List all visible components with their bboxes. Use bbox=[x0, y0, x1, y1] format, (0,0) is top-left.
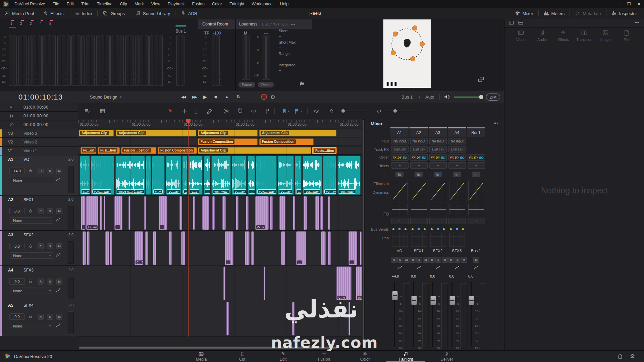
strip-id[interactable]: A3 bbox=[429, 127, 447, 137]
dim-button[interactable]: DIM bbox=[486, 94, 500, 101]
pause-button[interactable]: Pause bbox=[238, 82, 255, 87]
audio-clip[interactable] bbox=[270, 196, 273, 230]
strip-r-button[interactable]: R bbox=[391, 257, 397, 263]
chevron-down-icon[interactable]: ▾ bbox=[288, 110, 289, 113]
clip-fu-on[interactable]: Fu...on bbox=[80, 147, 96, 154]
track-plugin-dropdown[interactable]: None▾ bbox=[10, 252, 53, 259]
strip-eq-graph[interactable] bbox=[468, 204, 484, 215]
audio-clip[interactable] bbox=[293, 196, 295, 230]
speaker-icon[interactable] bbox=[444, 91, 450, 103]
audio-clip[interactable] bbox=[264, 266, 265, 300]
clip-fusion-composition[interactable]: Fusion Composition bbox=[158, 147, 197, 154]
strip-s-button[interactable]: S bbox=[416, 257, 422, 263]
strip-fader-value[interactable]: +4.0 bbox=[392, 274, 399, 278]
audio-clip[interactable] bbox=[348, 302, 350, 336]
audio-clip[interactable] bbox=[226, 302, 229, 336]
audio-clip[interactable]: Li...av bbox=[86, 196, 98, 230]
track-m-button[interactable]: M bbox=[56, 208, 62, 214]
track-m-button[interactable]: M bbox=[56, 279, 62, 285]
audio-clip[interactable]: ... bbox=[296, 231, 306, 265]
strip-input[interactable]: No Input bbox=[410, 138, 428, 144]
strip-name[interactable]: SFX1 bbox=[410, 249, 428, 253]
autocurve-icon[interactable] bbox=[56, 253, 61, 258]
toolbar-mixer[interactable]: Mixer bbox=[511, 8, 538, 19]
audio-clip[interactable] bbox=[202, 196, 209, 230]
strip-name[interactable]: SFX2 bbox=[429, 249, 447, 253]
track-r-button[interactable]: R bbox=[38, 168, 44, 174]
menu-mark[interactable]: Mark bbox=[131, 2, 148, 6]
record-arm-icon[interactable] bbox=[261, 91, 267, 103]
audio-clip[interactable] bbox=[110, 231, 112, 265]
clip-fusion-composition[interactable]: Fusion Composition bbox=[198, 138, 258, 145]
strip-eq-add[interactable]: + bbox=[410, 218, 428, 224]
loop-button[interactable]: ↻ bbox=[236, 91, 240, 103]
audio-clip[interactable] bbox=[105, 231, 109, 265]
playhead[interactable] bbox=[188, 121, 189, 337]
audio-clip[interactable]: C...3 bbox=[135, 231, 143, 265]
strip-dynamics-graph[interactable] bbox=[392, 181, 408, 201]
strip-bus-sends[interactable] bbox=[448, 227, 465, 231]
menu-edit[interactable]: Edit bbox=[63, 2, 78, 6]
audio-clip[interactable] bbox=[104, 196, 105, 230]
strip-s-button[interactable]: S bbox=[454, 257, 461, 263]
wavezoom-tool[interactable] bbox=[313, 107, 321, 115]
audio-clip[interactable]: G...v bbox=[255, 196, 269, 230]
audio-clip[interactable] bbox=[360, 231, 362, 265]
strip-id[interactable]: A1 bbox=[390, 127, 409, 137]
audio-clip[interactable] bbox=[100, 196, 102, 230]
grid-tool-tool[interactable] bbox=[98, 107, 106, 115]
page-tab-cut[interactable]: Cut bbox=[226, 351, 258, 362]
menu-file[interactable]: File bbox=[49, 2, 63, 6]
audio-clip[interactable] bbox=[144, 196, 146, 230]
panel-layout-icon[interactable] bbox=[508, 20, 514, 25]
strip-id[interactable]: A2 bbox=[410, 127, 428, 137]
lock-icon[interactable] bbox=[28, 279, 33, 284]
strip-effects-in[interactable]: In bbox=[395, 172, 404, 177]
menu-fairlight[interactable]: Fairlight bbox=[226, 2, 248, 6]
strip-effects-add[interactable]: + bbox=[429, 162, 447, 169]
clip-fusion-osition[interactable]: Fusion ...osition bbox=[121, 147, 156, 154]
menu-playback[interactable]: Playback bbox=[164, 2, 189, 6]
strip-m-button[interactable]: M bbox=[461, 257, 467, 263]
toolbar-effects[interactable]: Effects bbox=[38, 8, 68, 19]
autocurve-icon[interactable] bbox=[435, 265, 440, 270]
transport-settings-icon[interactable]: ⚙ bbox=[270, 91, 275, 103]
strip-eq-add[interactable]: + bbox=[468, 218, 485, 224]
ibeam-tool[interactable] bbox=[192, 107, 200, 115]
autocurve-icon[interactable] bbox=[56, 177, 61, 182]
audio-clip[interactable]: ... bbox=[295, 156, 302, 195]
track-header-a4[interactable]: A4SFX32.00.0RSMNone▾ bbox=[0, 266, 78, 301]
settings-gear-icon[interactable]: ⚙ bbox=[630, 353, 635, 360]
inspector-options-icon[interactable]: ••• bbox=[635, 20, 639, 25]
inspector-tab-image[interactable]: Image bbox=[595, 29, 616, 44]
toolbar-media-pool[interactable]: Media Pool bbox=[0, 8, 38, 19]
strip-effects-in[interactable]: In bbox=[453, 172, 461, 177]
strip-r-button[interactable]: R bbox=[429, 257, 435, 263]
clip-adjustment-clip[interactable]: Adjustment Clip bbox=[259, 130, 336, 136]
loudness-options-icon[interactable]: ••• bbox=[291, 22, 295, 26]
audio-clip[interactable] bbox=[279, 196, 285, 230]
strip-bus-sends[interactable] bbox=[391, 227, 408, 231]
audio-clip[interactable] bbox=[315, 196, 319, 230]
strip-s-button[interactable]: S bbox=[397, 257, 403, 263]
track-gain[interactable]: +4.0 bbox=[9, 168, 25, 174]
audio-clip[interactable]: ... bbox=[114, 196, 122, 230]
audio-clip[interactable]: ... bbox=[248, 156, 255, 195]
strip-eq-graph[interactable] bbox=[430, 204, 446, 215]
record-button[interactable]: ● bbox=[225, 91, 227, 103]
track-gain[interactable]: 0.0 bbox=[9, 243, 25, 249]
flag2-tool[interactable]: ▾ bbox=[294, 107, 302, 115]
audio-clip[interactable] bbox=[304, 196, 307, 230]
audio-clip[interactable] bbox=[169, 231, 172, 265]
track-plugin-dropdown[interactable]: None▾ bbox=[10, 217, 53, 224]
maximize-button[interactable]: ❐ bbox=[624, 2, 634, 6]
audio-clip[interactable] bbox=[212, 196, 215, 230]
magnet-tool[interactable] bbox=[236, 107, 244, 115]
strip-input[interactable]: No Input bbox=[448, 138, 466, 144]
audio-clip[interactable] bbox=[153, 231, 156, 265]
audio-clip[interactable]: voi...wav bbox=[303, 156, 322, 195]
strip-fader-track[interactable] bbox=[471, 282, 472, 347]
strip-name[interactable]: SFX3 bbox=[448, 249, 466, 253]
strip-fader-track[interactable] bbox=[451, 282, 452, 347]
audio-clip[interactable] bbox=[193, 196, 195, 230]
